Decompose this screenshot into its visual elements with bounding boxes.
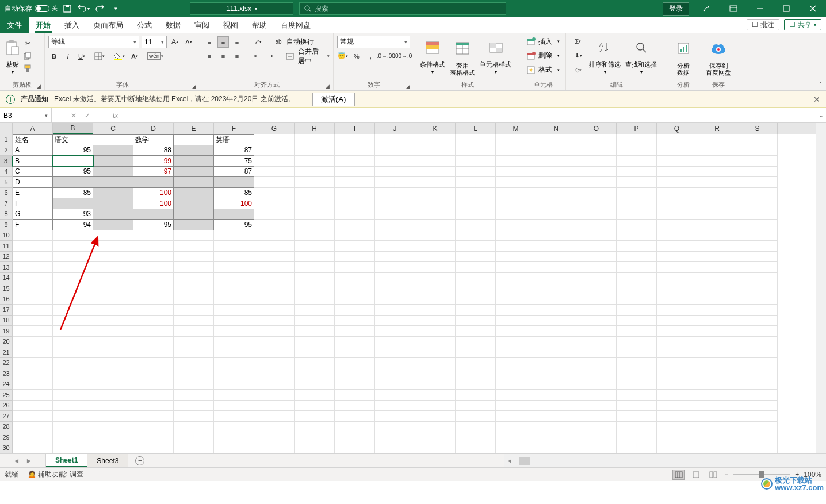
align-bottom-icon[interactable]: ≡ (231, 36, 243, 48)
cell[interactable] (375, 368, 415, 379)
increase-font-icon[interactable]: A▴ (169, 36, 181, 48)
cell[interactable] (576, 294, 617, 305)
cell[interactable] (617, 283, 657, 294)
cell[interactable] (456, 379, 496, 390)
cell[interactable] (536, 283, 576, 294)
row-header-15[interactable]: 15 (0, 283, 13, 294)
cell[interactable] (93, 241, 133, 252)
cell[interactable]: E (13, 188, 53, 199)
cell[interactable] (737, 230, 778, 241)
cell[interactable] (375, 316, 415, 326)
cell[interactable] (415, 188, 456, 199)
cell[interactable] (536, 273, 576, 284)
cell[interactable] (415, 326, 456, 337)
cell[interactable] (174, 401, 214, 411)
cell[interactable] (254, 198, 295, 209)
formula-input[interactable] (121, 108, 816, 122)
cell[interactable] (496, 252, 536, 263)
cell[interactable] (697, 422, 737, 433)
cell[interactable] (174, 220, 214, 230)
cell[interactable]: 数学 (133, 134, 174, 145)
cell[interactable] (53, 252, 93, 263)
cell[interactable] (657, 209, 697, 220)
cell[interactable] (295, 145, 335, 156)
cell[interactable]: 87 (214, 145, 254, 156)
cell[interactable] (456, 188, 496, 199)
cell[interactable] (254, 145, 295, 156)
cell[interactable] (93, 347, 133, 358)
cell[interactable] (53, 294, 93, 305)
cell[interactable] (697, 358, 737, 369)
fill-color-icon[interactable]: ▾ (112, 51, 127, 62)
cell[interactable] (335, 316, 375, 326)
cell[interactable] (536, 220, 576, 230)
cell[interactable] (576, 432, 617, 443)
cell[interactable] (456, 145, 496, 156)
cell[interactable] (496, 283, 536, 294)
cell[interactable] (657, 358, 697, 369)
cell[interactable] (456, 209, 496, 220)
cell[interactable] (133, 401, 174, 411)
cell[interactable] (133, 368, 174, 379)
row-header-2[interactable]: 2 (0, 145, 13, 156)
undo-icon[interactable]: ▾ (77, 2, 90, 15)
cell[interactable] (335, 283, 375, 294)
cell[interactable] (335, 401, 375, 411)
cell[interactable] (657, 379, 697, 390)
cell[interactable] (536, 422, 576, 433)
col-header-I[interactable]: I (335, 123, 375, 134)
cell[interactable] (375, 390, 415, 401)
cell[interactable]: 英语 (214, 134, 254, 145)
cell[interactable] (737, 134, 778, 145)
merge-icon[interactable] (284, 51, 296, 62)
cell[interactable] (456, 241, 496, 252)
cell[interactable] (617, 294, 657, 305)
cell[interactable] (697, 401, 737, 411)
collapse-ribbon-icon[interactable]: ˄ (814, 33, 826, 90)
font-name-combo[interactable]: 等线▾ (48, 36, 139, 48)
row-header-9[interactable]: 9 (0, 220, 13, 230)
cell[interactable] (576, 411, 617, 422)
sort-filter-button[interactable]: AZ排序和筛选▾ (587, 34, 623, 77)
cell[interactable] (737, 209, 778, 220)
cell[interactable] (496, 411, 536, 422)
cell[interactable] (496, 262, 536, 273)
cell[interactable] (415, 443, 456, 454)
cell[interactable] (295, 422, 335, 433)
cell[interactable] (617, 379, 657, 390)
cell[interactable] (53, 411, 93, 422)
insert-cells-button[interactable]: 插入 ▾ (525, 35, 562, 48)
cell[interactable] (415, 241, 456, 252)
cell[interactable] (174, 156, 214, 167)
cell[interactable] (375, 262, 415, 273)
cell[interactable] (375, 337, 415, 348)
cell[interactable] (133, 422, 174, 433)
cell[interactable] (133, 273, 174, 284)
find-select-button[interactable]: 查找和选择▾ (623, 34, 659, 77)
cell[interactable] (697, 294, 737, 305)
cell[interactable] (536, 368, 576, 379)
col-header-O[interactable]: O (576, 123, 617, 134)
cell[interactable] (536, 443, 576, 454)
row-header-27[interactable]: 27 (0, 411, 13, 422)
cell[interactable] (415, 368, 456, 379)
tab-view[interactable]: 视图 (216, 17, 245, 33)
decrease-font-icon[interactable]: A▾ (183, 36, 194, 48)
cell[interactable] (737, 358, 778, 369)
col-header-R[interactable]: R (697, 123, 737, 134)
cell[interactable] (415, 337, 456, 348)
col-header-F[interactable]: F (214, 123, 254, 134)
cell[interactable] (697, 134, 737, 145)
paste-button[interactable]: 粘贴▾ (3, 34, 22, 77)
cell[interactable] (174, 422, 214, 433)
cell[interactable] (576, 283, 617, 294)
cell[interactable] (335, 390, 375, 401)
cell[interactable] (214, 305, 254, 316)
cell[interactable] (697, 188, 737, 199)
ribbon-options-icon[interactable] (720, 0, 747, 17)
cell[interactable] (496, 145, 536, 156)
cell[interactable] (133, 432, 174, 443)
bold-icon[interactable]: B (48, 51, 60, 62)
cell[interactable] (13, 283, 53, 294)
cell[interactable] (657, 347, 697, 358)
